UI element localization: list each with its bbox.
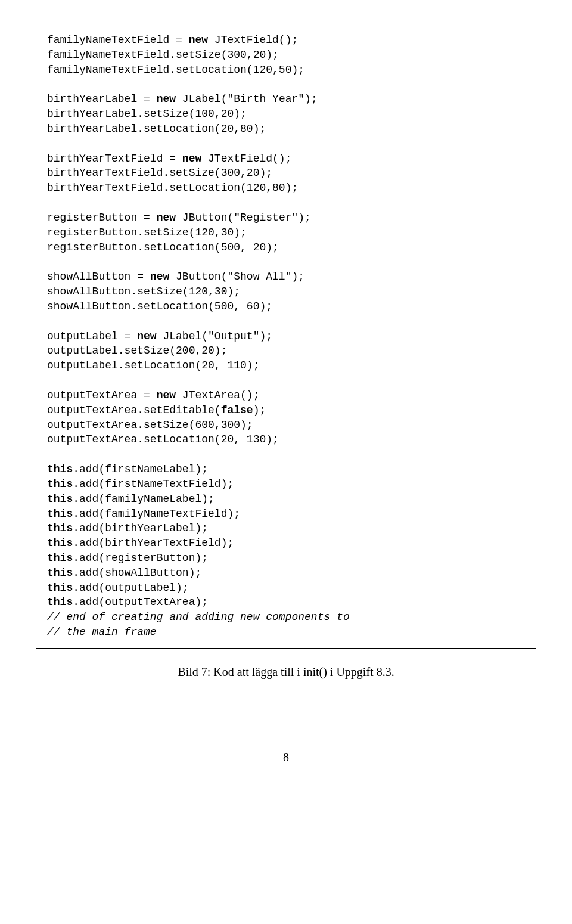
keyword-this: this [47,493,73,505]
keyword-this: this [47,582,73,594]
code-line: outputTextArea.setEditable( [47,404,221,416]
code-line: ); [253,404,266,416]
page-number: 8 [36,751,536,764]
code-line: registerButton = [47,212,157,224]
code-line: JLabel("Output"); [157,330,272,342]
keyword-new: new [137,330,156,342]
code-line: registerButton.setLocation(500, 20); [47,241,279,253]
code-line: showAllButton.setSize(120,30); [47,286,240,297]
code-line: birthYearLabel = [47,93,157,105]
code-line: outputTextArea.setLocation(20, 130); [47,433,279,445]
code-line: JTextField(); [208,34,298,46]
code-line: .add(outputTextArea); [73,596,208,608]
code-comment: // the main frame [47,626,157,638]
code-line: showAllButton = [47,271,150,283]
keyword-new: new [150,271,169,283]
code-line: showAllButton.setLocation(500, 60); [47,300,272,312]
keyword-new: new [157,93,176,105]
code-line: familyNameTextField.setSize(300,20); [47,49,279,61]
code-line: outputTextArea = [47,389,157,401]
code-line: birthYearTextField.setSize(300,20); [47,167,272,179]
keyword-new: new [157,212,176,224]
keyword-new: new [182,153,201,165]
keyword-new: new [189,34,208,46]
code-line: .add(familyNameLabel); [73,493,214,505]
code-line: .add(birthYearTextField); [73,537,234,549]
code-line: outputLabel.setSize(200,20); [47,345,227,356]
code-line: .add(birthYearLabel); [73,522,208,534]
keyword-this: this [47,552,73,564]
code-line: registerButton.setSize(120,30); [47,227,247,238]
keyword-this: this [47,522,73,534]
code-line: familyNameTextField = [47,34,189,46]
code-line: birthYearTextField = [47,153,182,165]
code-line: JButton("Register"); [176,212,311,224]
code-line: JButton("Show All"); [169,271,304,283]
code-line: JTextField(); [201,153,291,165]
code-line: outputLabel.setLocation(20, 110); [47,359,259,371]
keyword-this: this [47,537,73,549]
code-listing: familyNameTextField = new JTextField(); … [36,24,536,649]
figure-caption: Bild 7: Kod att lägga till i init() i Up… [36,665,536,679]
code-line: birthYearLabel.setSize(100,20); [47,108,247,120]
code-line: birthYearLabel.setLocation(20,80); [47,123,266,135]
code-line: outputLabel = [47,330,137,342]
keyword-this: this [47,463,73,475]
code-line: .add(firstNameTextField); [73,478,234,490]
code-line: birthYearTextField.setLocation(120,80); [47,182,298,194]
code-line: outputTextArea.setSize(600,300); [47,419,253,431]
code-line: JLabel("Birth Year"); [176,93,318,105]
keyword-this: this [47,567,73,579]
keyword-new: new [157,389,176,401]
code-comment: // end of creating and adding new compon… [47,611,350,623]
keyword-this: this [47,508,73,520]
code-line: .add(outputLabel); [73,582,188,594]
keyword-false: false [221,404,253,416]
keyword-this: this [47,478,73,490]
code-line: .add(registerButton); [73,552,208,564]
keyword-this: this [47,596,73,608]
code-line: familyNameTextField.setLocation(120,50); [47,64,304,76]
code-line: .add(showAllButton); [73,567,201,579]
code-line: JTextArea(); [176,389,259,401]
code-line: .add(familyNameTextField); [73,508,240,520]
code-line: .add(firstNameLabel); [73,463,208,475]
